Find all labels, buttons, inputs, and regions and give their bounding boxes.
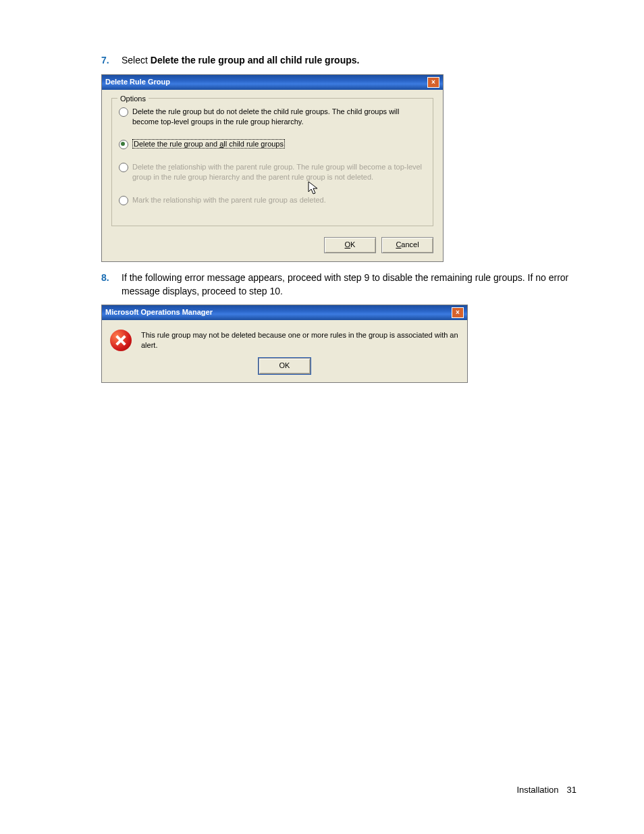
- step-text: If the following error message appears, …: [122, 271, 576, 298]
- opt2-pre: Delete the rule group and: [134, 140, 219, 148]
- ok-accel: O: [345, 240, 351, 249]
- options-fieldset: Options Delete the rule group but do not…: [111, 98, 433, 226]
- option-delete-keep-children[interactable]: Delete the rule group but do not delete …: [119, 107, 426, 128]
- dialog-title: Microsoft Operations Manager: [105, 307, 213, 317]
- cancel-button[interactable]: Cancel: [381, 237, 433, 253]
- ok-button[interactable]: OK: [259, 358, 311, 374]
- option-label: Delete the relationship with the parent …: [132, 162, 426, 183]
- step-7: 7. Select Delete the rule group and all …: [101, 54, 576, 68]
- dialog-titlebar: Microsoft Operations Manager ×: [102, 305, 467, 320]
- delete-rule-group-dialog: Delete Rule Group × Options Delete the r…: [101, 74, 444, 262]
- error-button-row: OK: [102, 355, 467, 382]
- step-7-bold: Delete the rule group and all child rule…: [151, 55, 360, 66]
- step-number: 7.: [101, 54, 122, 68]
- radio-icon: [119, 196, 128, 205]
- dialog-button-row: OK Cancel: [102, 233, 443, 261]
- option-label: Mark the relationship with the parent ru…: [132, 195, 426, 205]
- ok-button[interactable]: OK: [324, 237, 376, 253]
- opt3-post: elationship with the parent rule group. …: [132, 163, 422, 181]
- error-icon: [110, 330, 132, 351]
- close-icon[interactable]: ×: [427, 77, 439, 88]
- opt3-pre: Delete the: [132, 163, 168, 171]
- option-label: Delete the rule group and all child rule…: [132, 139, 426, 149]
- step-8: 8. If the following error message appear…: [101, 271, 576, 298]
- opt2-post: ll child rule groups: [223, 140, 284, 148]
- close-icon[interactable]: ×: [452, 307, 464, 318]
- radio-icon: [119, 163, 128, 172]
- option-mark-deleted[interactable]: Mark the relationship with the parent ru…: [119, 195, 426, 205]
- error-message: This rule group may not be deleted becau…: [141, 330, 459, 351]
- dialog-title: Delete Rule Group: [105, 77, 170, 87]
- option-delete-relationship[interactable]: Delete the relationship with the parent …: [119, 162, 426, 183]
- dialog-titlebar: Delete Rule Group ×: [102, 75, 443, 90]
- page-footer: Installation31: [516, 784, 576, 796]
- step-number: 8.: [101, 271, 122, 285]
- radio-icon: [119, 140, 128, 149]
- error-dialog: Microsoft Operations Manager × This rule…: [101, 305, 468, 383]
- option-label: Delete the rule group but do not delete …: [132, 107, 426, 128]
- step-text: Select Delete the rule group and all chi…: [122, 54, 576, 68]
- document-page: 7. Select Delete the rule group and all …: [0, 0, 644, 834]
- radio-icon: [119, 107, 128, 117]
- cancel-rest: ancel: [401, 240, 419, 249]
- options-legend: Options: [117, 94, 149, 104]
- footer-section: Installation: [516, 785, 558, 795]
- cursor-icon: [308, 181, 320, 199]
- step-7-prefix: Select: [122, 55, 151, 66]
- footer-page-number: 31: [567, 785, 576, 795]
- ok-rest: K: [350, 240, 355, 249]
- option-delete-all[interactable]: Delete the rule group and all child rule…: [119, 139, 426, 149]
- error-body: This rule group may not be deleted becau…: [102, 320, 467, 355]
